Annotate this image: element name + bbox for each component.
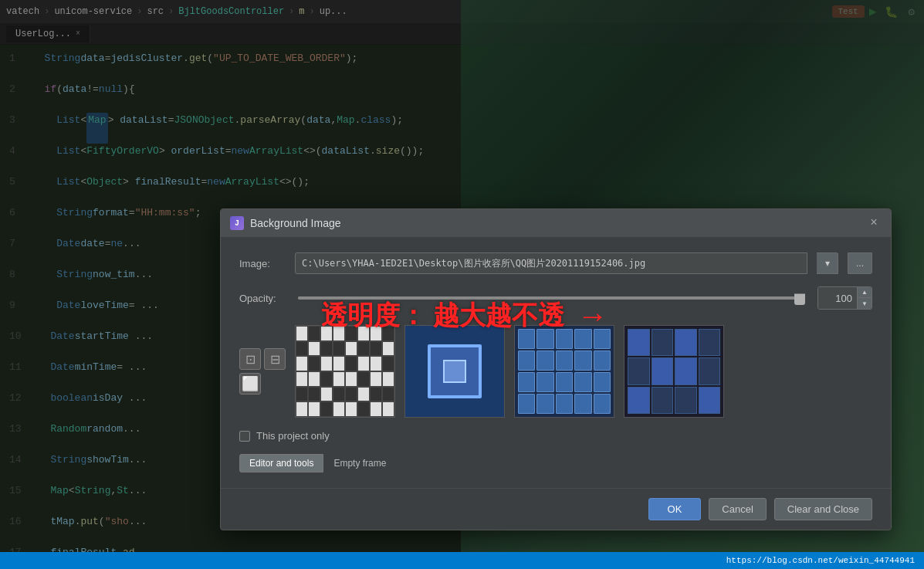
blue-inner-square-2 <box>443 360 466 383</box>
status-bar: https://blog.csdn.net/weixin_44744941 <box>0 552 924 569</box>
opacity-decrement-button[interactable]: ▼ <box>858 298 872 309</box>
dialog-app-icon: J <box>230 216 244 230</box>
blue-grid-preview <box>514 325 614 418</box>
image-path-input[interactable] <box>295 252 807 274</box>
opacity-label: Opacity: <box>239 293 286 304</box>
opacity-spinner: ▲ ▼ <box>857 287 872 309</box>
dialog-body: Image: ▾ ... Opacity: ▲ ▼ 透明度： 越大越不透 <box>221 237 891 488</box>
dialog-close-button[interactable]: × <box>866 215 882 231</box>
preview-area: ⊡ ⊟ ⬜ <box>239 325 872 418</box>
opacity-form-row: Opacity: ▲ ▼ <box>239 286 872 310</box>
image-browse-button[interactable]: ... <box>848 252 872 274</box>
dark-grid-preview <box>624 325 724 418</box>
checkbox-row: This project only <box>239 430 872 442</box>
image-form-row: Image: ▾ ... <box>239 252 872 274</box>
tab-row: Editor and tools Empty frame <box>239 454 872 472</box>
image-dropdown-button[interactable]: ▾ <box>817 252 838 274</box>
this-project-only-checkbox[interactable] <box>239 431 250 442</box>
tab-empty-frame[interactable]: Empty frame <box>323 454 396 472</box>
ok-button[interactable]: OK <box>648 498 702 520</box>
status-url: https://blog.csdn.net/weixin_44744941 <box>726 556 915 565</box>
background-image-dialog: J Background Image × Image: ▾ ... Opacit… <box>220 208 892 530</box>
opacity-slider-fill <box>298 296 795 300</box>
preview-icon-row-top: ⊡ ⊟ <box>239 348 286 370</box>
preview-icon-3[interactable]: ⬜ <box>239 373 261 395</box>
cancel-button[interactable]: Cancel <box>709 498 766 520</box>
dialog-titlebar: J Background Image × <box>221 209 891 237</box>
opacity-value-box: ▲ ▼ <box>817 286 872 310</box>
opacity-slider-thumb[interactable] <box>794 291 805 305</box>
clear-and-close-button[interactable]: Clear and Close <box>774 498 872 520</box>
opacity-slider-track[interactable] <box>298 296 805 300</box>
opacity-value-input[interactable] <box>818 287 857 309</box>
dialog-footer: OK Cancel Clear and Close <box>221 488 891 530</box>
checkerboard-preview <box>295 325 395 418</box>
tab-editor-tools[interactable]: Editor and tools <box>239 454 323 472</box>
preview-icons-left: ⊡ ⊟ ⬜ <box>239 325 286 418</box>
this-project-only-label: This project only <box>256 430 330 442</box>
blue-square-preview <box>404 325 505 418</box>
preview-icon-2[interactable]: ⊟ <box>264 348 286 370</box>
image-label: Image: <box>239 258 286 269</box>
preview-icon-row-bottom: ⬜ <box>239 373 286 395</box>
blue-inner-square <box>428 344 482 398</box>
preview-icon-1[interactable]: ⊡ <box>239 348 261 370</box>
opacity-increment-button[interactable]: ▲ <box>858 287 872 298</box>
dialog-title: Background Image <box>250 217 860 229</box>
